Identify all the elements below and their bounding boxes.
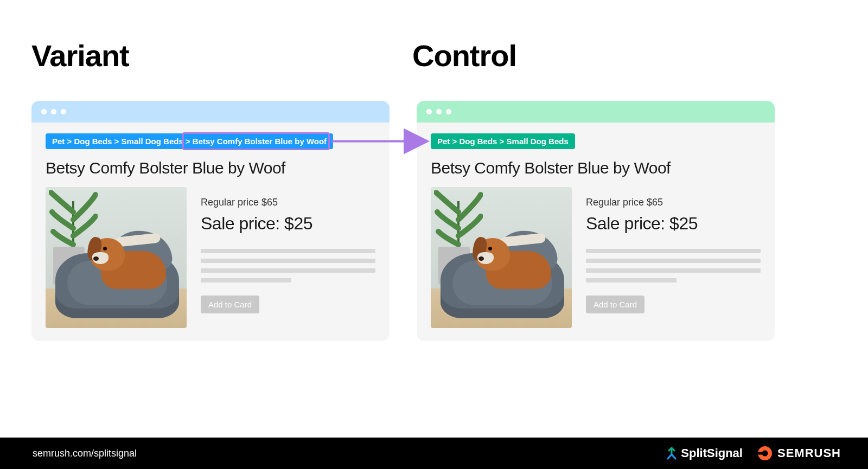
product-title: Betsy Comfy Bolster Blue by Woof bbox=[431, 159, 761, 177]
product-row: Regular price $65 Sale price: $25 Add to… bbox=[46, 187, 375, 328]
product-title: Betsy Comfy Bolster Blue by Woof bbox=[46, 159, 375, 177]
variant-browser: Pet > Dog Beds > Small Dog Beds > Betsy … bbox=[31, 101, 390, 341]
splitsignal-text: SplitSignal bbox=[681, 446, 743, 460]
semrush-logo: SEMRUSH bbox=[757, 445, 841, 461]
footer-url: semrush.com/splitsignal bbox=[33, 448, 137, 459]
breadcrumb-highlight-text: > Betsy Comfy Bolster Blue by Woof bbox=[186, 137, 327, 146]
product-row: Regular price $65 Sale price: $25 Add to… bbox=[431, 187, 761, 328]
product-image bbox=[431, 187, 572, 328]
description-placeholder bbox=[201, 249, 375, 282]
control-heading: Control bbox=[412, 38, 516, 73]
control-browser-bar bbox=[417, 101, 775, 123]
window-dot-icon bbox=[51, 109, 56, 114]
semrush-icon bbox=[757, 445, 773, 461]
splitsignal-icon bbox=[666, 447, 678, 460]
window-dot-icon bbox=[61, 109, 66, 114]
splitsignal-logo: SplitSignal bbox=[666, 446, 743, 460]
info-column: Regular price $65 Sale price: $25 Add to… bbox=[586, 187, 761, 313]
sale-price: Sale price: $25 bbox=[586, 214, 761, 234]
footer: semrush.com/splitsignal SplitSignal SEMR… bbox=[0, 438, 868, 469]
add-to-cart-button[interactable]: Add to Card bbox=[586, 295, 644, 313]
variant-heading: Variant bbox=[31, 38, 129, 73]
regular-price: Regular price $65 bbox=[586, 197, 761, 208]
sale-price: Sale price: $25 bbox=[201, 214, 375, 234]
control-breadcrumb-wrap: Pet > Dog Beds > Small Dog Beds bbox=[431, 133, 575, 149]
diagram-canvas: Variant Control Pet > Dog Beds > Small D… bbox=[0, 0, 868, 469]
variant-browser-bar bbox=[31, 101, 390, 123]
window-dot-icon bbox=[436, 109, 442, 114]
add-to-cart-button[interactable]: Add to Card bbox=[201, 295, 259, 313]
breadcrumb[interactable]: Pet > Dog Beds > Small Dog Beds bbox=[431, 133, 575, 149]
control-body: Pet > Dog Beds > Small Dog Beds Betsy Co… bbox=[417, 123, 775, 341]
breadcrumb-prefix: Pet > Dog Beds > Small Dog Beds bbox=[52, 137, 186, 146]
semrush-text: SEMRUSH bbox=[777, 446, 841, 460]
breadcrumb[interactable]: Pet > Dog Beds > Small Dog Beds > Betsy … bbox=[46, 133, 333, 149]
control-browser: Pet > Dog Beds > Small Dog Beds Betsy Co… bbox=[417, 101, 775, 341]
variant-body: Pet > Dog Beds > Small Dog Beds > Betsy … bbox=[31, 123, 390, 341]
svg-rect-3 bbox=[757, 452, 763, 455]
footer-brands: SplitSignal SEMRUSH bbox=[666, 445, 841, 461]
regular-price: Regular price $65 bbox=[201, 197, 375, 208]
variant-breadcrumb-wrap: Pet > Dog Beds > Small Dog Beds > Betsy … bbox=[46, 133, 333, 149]
window-dot-icon bbox=[41, 109, 47, 114]
svg-point-2 bbox=[762, 451, 768, 457]
description-placeholder bbox=[586, 249, 761, 282]
product-image bbox=[46, 187, 187, 328]
info-column: Regular price $65 Sale price: $25 Add to… bbox=[201, 187, 375, 313]
window-dot-icon bbox=[446, 109, 451, 114]
window-dot-icon bbox=[426, 109, 432, 114]
